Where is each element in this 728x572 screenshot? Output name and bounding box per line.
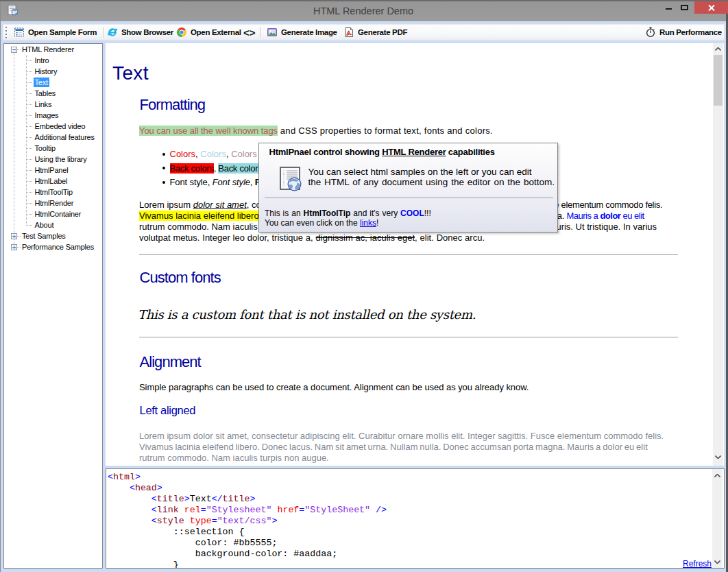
tooltip-divider	[265, 198, 553, 198]
bullet-dot	[162, 153, 165, 156]
tree-item-label: HtmlLabel	[34, 176, 69, 186]
gray-lorem-line-1: Lorem ipsum dolor sit amet, consectetur …	[139, 431, 664, 442]
window-frame-top	[0, 0, 728, 1]
tree-connector	[26, 225, 32, 226]
tree-item-label: About	[34, 220, 56, 230]
tree-item-test-samples[interactable]: Test Samples	[21, 230, 67, 241]
toolbar-button-run-performance[interactable]: Run Performance	[645, 24, 722, 40]
separator-rule	[139, 337, 678, 337]
toolbar-grip[interactable]	[5, 27, 8, 38]
toolbar-label: Run Performance	[659, 28, 722, 36]
chrome-icon	[176, 27, 187, 38]
tree-connector	[14, 53, 14, 247]
tree-connector	[26, 181, 32, 182]
tree-item-label: Intro	[34, 56, 51, 65]
maximize-button[interactable]	[678, 1, 696, 14]
tree-item-label: History	[34, 67, 59, 76]
separator-rule	[139, 254, 678, 255]
stopwatch-icon	[645, 27, 656, 38]
formatting-intro: You can use all the well known tags and …	[139, 126, 493, 136]
toolbar-button-generate-image[interactable]: Generate Image	[267, 24, 337, 40]
gray-lorem-line-3: rutrum commodo. Nam iaculis turpis non a…	[139, 453, 329, 464]
tree-item-label: HtmlContainer	[34, 209, 83, 219]
tree-item-intro[interactable]: Intro	[34, 55, 51, 66]
titlebar[interactable]: HTML Renderer Demo	[1, 1, 726, 21]
tree-item-htmltooltip[interactable]: HtmlToolTip	[34, 187, 74, 198]
tooltip-footer-line2: You can even click on the links!	[265, 218, 378, 228]
tree-item-label: Text	[34, 78, 49, 87]
gray-lorem-line-2: Vivamus lacinia eleifend libero. Donec l…	[139, 442, 648, 453]
close-button[interactable]	[694, 1, 728, 14]
window-frame-left	[0, 1, 1, 572]
toolbar-button-open-sample-form[interactable]: Open Sample Form	[14, 24, 97, 40]
tree-item-label: HtmlPanel	[34, 165, 70, 175]
toolbar-button-html-source[interactable]: <>	[243, 24, 256, 40]
tooltip-body-line2: the HTML of any document using the edito…	[308, 177, 555, 187]
minimize-button[interactable]	[660, 1, 678, 14]
tree-item-htmlpanel[interactable]: HtmlPanel	[34, 165, 70, 176]
custom-fonts-heading: Custom fonts	[140, 269, 221, 287]
tree-item-label: Links	[34, 99, 53, 109]
tree-item-tooltip[interactable]: Tooltip	[34, 143, 57, 154]
tree-item-label: HtmlRender	[34, 198, 75, 208]
toolbar-label: Open Sample Form	[28, 28, 97, 36]
close-icon	[708, 5, 715, 11]
tree-item-label: Using the library	[34, 154, 88, 164]
toolbar-separator	[103, 27, 104, 38]
formatting-heading: Formatting	[140, 96, 206, 114]
bullet-dot	[162, 167, 165, 169]
code-icon: <>	[243, 27, 256, 38]
tree-item-additional-features[interactable]: Additional features	[34, 132, 96, 143]
tree-item-embeded-video[interactable]: Embeded video	[34, 121, 87, 132]
toolbar-button-show-browser[interactable]: Show Browser	[107, 24, 173, 40]
tree-connector	[26, 137, 32, 138]
tree-item-htmlcontainer[interactable]: HtmlContainer	[34, 208, 83, 219]
tooltip-footer-line1: This is an HtmlToolTip and it's very COO…	[265, 208, 431, 218]
tree-connector	[26, 82, 32, 83]
scroll-up-icon[interactable]	[713, 44, 723, 54]
html-editor-panel[interactable]: <html> <head> <title>Text</title> <link …	[106, 468, 725, 569]
tree-item-htmlrender[interactable]: HtmlRender	[34, 198, 75, 208]
toolbar-button-generate-pdf[interactable]: Generate PDF	[343, 24, 407, 40]
toolbar-label: Generate Image	[281, 28, 337, 36]
tree-connector	[26, 203, 32, 204]
toolbar-label: Show Browser	[121, 28, 173, 36]
scrollbar-thumb[interactable]	[714, 55, 723, 106]
tree-connector	[26, 159, 32, 160]
tree-item-label: Performance Samples	[21, 242, 95, 252]
tree-item-text[interactable]: Text	[34, 77, 49, 88]
tree-item-performance-samples[interactable]: Performance Samples	[21, 241, 95, 252]
tree-item-htmllabel[interactable]: HtmlLabel	[34, 176, 69, 187]
alignment-intro: Simple paragraphs can be used to create …	[139, 382, 529, 392]
html-preview-panel: Text Formatting You can use all the well…	[106, 43, 724, 466]
refresh-link[interactable]: Refresh	[683, 559, 712, 569]
editor-scrollbar[interactable]	[712, 469, 723, 568]
maximize-icon	[681, 5, 688, 10]
tree-connector	[26, 60, 32, 61]
content-title: Text	[112, 62, 149, 84]
samples-tree: HTML RendererIntroHistoryTextTablesLinks…	[3, 43, 103, 569]
tree-connector	[26, 71, 32, 72]
tree-item-html-renderer[interactable]: HTML Renderer	[21, 44, 75, 55]
custom-font-sample: This is a custom font that is not instal…	[138, 307, 476, 322]
tooltip-body-line1: You can select html samples on the left …	[308, 167, 532, 177]
tree-item-history[interactable]: History	[34, 66, 59, 77]
toolbar-button-open-external[interactable]: Open External	[176, 24, 241, 40]
tree-item-using-the-library[interactable]: Using the library	[34, 154, 88, 165]
collapse-icon[interactable]	[11, 47, 17, 53]
lorem-line-4: volutpat metus. Integer leo dolor, trist…	[139, 233, 485, 243]
tree-connector	[26, 170, 32, 171]
tree-item-links[interactable]: Links	[34, 99, 53, 110]
expand-icon[interactable]	[11, 233, 17, 239]
preview-scrollbar[interactable]	[713, 43, 723, 466]
toolbar: Open Sample FormShow BrowserOpen Externa…	[3, 24, 725, 40]
tree-item-tables[interactable]: Tables	[34, 88, 58, 99]
tree-item-about[interactable]: About	[34, 219, 56, 230]
tree-connector	[26, 214, 32, 215]
tree-item-label: Test Samples	[21, 231, 67, 241]
expand-icon[interactable]	[11, 244, 17, 250]
scroll-down-icon[interactable]	[713, 452, 723, 462]
scroll-up-icon[interactable]	[712, 470, 723, 481]
scroll-down-icon[interactable]	[712, 557, 723, 567]
tree-item-images[interactable]: Images	[34, 110, 60, 121]
